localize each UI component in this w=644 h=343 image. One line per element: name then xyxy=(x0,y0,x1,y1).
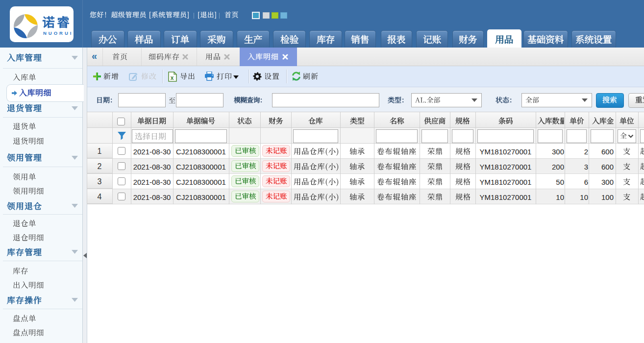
svg-text:x: x xyxy=(171,74,174,81)
